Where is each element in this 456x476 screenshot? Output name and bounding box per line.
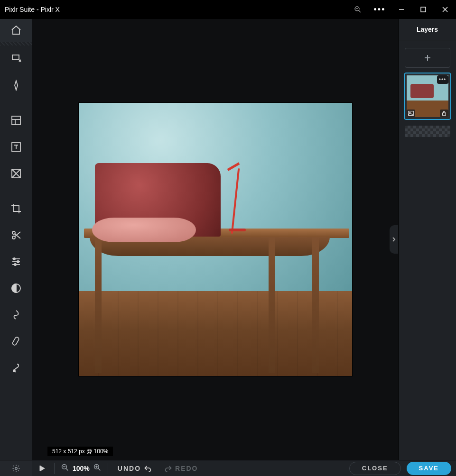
tool-element[interactable] <box>0 160 32 187</box>
layers-panel: Layers ••• <box>398 19 456 460</box>
svg-line-1 <box>359 10 361 12</box>
save-label: SAVE <box>419 465 439 472</box>
redo-label: REDO <box>175 465 198 472</box>
play-button[interactable] <box>32 460 51 476</box>
search-icon[interactable] <box>347 0 369 19</box>
tool-crop[interactable] <box>0 195 32 222</box>
minimize-button[interactable] <box>391 0 412 19</box>
tool-arrange[interactable] <box>0 46 32 72</box>
settings-button[interactable] <box>0 460 32 476</box>
tool-ai[interactable] <box>0 72 32 99</box>
more-icon[interactable]: ••• <box>369 0 391 19</box>
tool-rail <box>0 19 32 460</box>
tool-draw[interactable] <box>0 355 32 381</box>
layers-panel-title: Layers <box>399 19 456 40</box>
redo-button[interactable]: REDO <box>158 465 205 472</box>
dimensions-badge: 512 x 512 px @ 100% <box>47 447 113 456</box>
save-button[interactable]: SAVE <box>407 462 451 475</box>
canvas-image[interactable] <box>79 103 352 376</box>
svg-rect-4 <box>421 7 426 12</box>
lock-icon[interactable] <box>440 110 448 117</box>
undo-label: UNDO <box>118 465 141 472</box>
tool-retouch[interactable] <box>0 328 32 355</box>
close-label: CLOSE <box>362 465 388 472</box>
collapse-panel-button[interactable] <box>390 225 398 254</box>
svg-rect-8 <box>12 116 20 125</box>
undo-button[interactable]: UNDO <box>111 465 158 472</box>
svg-rect-7 <box>12 55 19 60</box>
layer-options-icon[interactable]: ••• <box>437 75 448 84</box>
window-title: Pixlr Suite - Pixlr X <box>5 6 60 13</box>
titlebar: Pixlr Suite - Pixlr X ••• <box>0 0 456 19</box>
svg-point-28 <box>15 467 18 469</box>
canvas-area[interactable]: 512 x 512 px @ 100% <box>32 19 398 460</box>
zoom-label: 100% <box>73 465 90 472</box>
tool-liquify[interactable] <box>0 302 32 328</box>
zoom-in-button[interactable] <box>93 464 101 473</box>
image-layer-icon <box>407 110 415 117</box>
close-project-button[interactable]: CLOSE <box>349 462 401 475</box>
close-button[interactable] <box>434 0 456 19</box>
svg-line-33 <box>98 468 100 470</box>
svg-rect-22 <box>12 337 19 346</box>
tool-cutout[interactable] <box>0 222 32 248</box>
layer-item-empty[interactable] <box>405 126 450 137</box>
tool-adjust[interactable] <box>0 248 32 275</box>
tool-filter[interactable] <box>0 275 32 302</box>
maximize-button[interactable] <box>412 0 434 19</box>
tool-text[interactable] <box>0 134 32 160</box>
svg-line-30 <box>66 468 68 470</box>
add-layer-button[interactable] <box>405 48 450 68</box>
rail-divider <box>0 42 32 46</box>
tool-layout[interactable] <box>0 107 32 134</box>
bottom-bar: 100% UNDO REDO CLOSE SAVE <box>0 460 456 476</box>
svg-rect-27 <box>442 113 446 115</box>
zoom-out-button[interactable] <box>61 464 69 473</box>
layer-item[interactable]: ••• <box>405 73 450 119</box>
home-button[interactable] <box>0 19 32 42</box>
